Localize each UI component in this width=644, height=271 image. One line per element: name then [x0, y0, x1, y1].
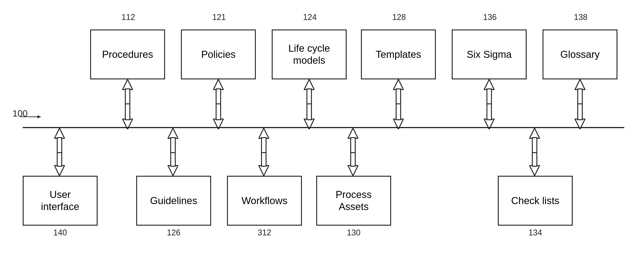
svg-marker-4 — [122, 119, 132, 129]
svg-marker-1 — [38, 115, 41, 118]
box-templates: Templates — [361, 29, 436, 79]
svg-marker-2 — [122, 79, 132, 90]
box-workflows: Workflows — [227, 176, 302, 226]
svg-rect-45 — [532, 153, 537, 166]
arrow-lifecycle — [300, 79, 318, 129]
svg-marker-10 — [304, 79, 314, 90]
svg-rect-23 — [578, 89, 582, 105]
box-sixsigma: Six Sigma — [452, 29, 527, 79]
svg-marker-8 — [214, 119, 223, 129]
svg-rect-19 — [487, 89, 492, 105]
svg-rect-7 — [216, 89, 221, 105]
ref-128-label: 128 — [392, 12, 406, 22]
ref-130-label: 130 — [347, 228, 360, 238]
svg-marker-38 — [348, 128, 358, 138]
ref-312-label: 312 — [258, 228, 271, 238]
box-policies: Policies — [181, 29, 256, 79]
svg-marker-42 — [530, 128, 540, 138]
svg-rect-13 — [307, 104, 312, 120]
arrow-policies — [209, 79, 228, 129]
ref-100-arrow — [20, 111, 48, 122]
arrow-glossary — [571, 79, 589, 129]
arrow-procedures — [118, 79, 137, 129]
svg-marker-30 — [168, 128, 178, 138]
svg-rect-25 — [578, 104, 582, 120]
ref-112-label: 112 — [122, 12, 135, 22]
box-procedures: Procedures — [90, 29, 165, 79]
svg-marker-12 — [304, 119, 314, 129]
arrow-userinterface — [50, 128, 68, 176]
svg-marker-16 — [394, 119, 404, 129]
svg-marker-36 — [259, 166, 269, 176]
ref-121-label: 121 — [212, 12, 226, 22]
svg-rect-33 — [171, 153, 175, 166]
svg-rect-29 — [57, 153, 62, 166]
svg-rect-5 — [125, 104, 130, 120]
svg-marker-24 — [575, 119, 585, 129]
box-guidelines: Guidelines — [136, 176, 211, 226]
ref-136-label: 136 — [483, 12, 497, 22]
box-glossary: Glossary — [542, 29, 618, 79]
svg-rect-9 — [216, 104, 221, 120]
arrow-checklists — [526, 128, 544, 176]
box-checklists: Check lists — [498, 176, 573, 226]
arrow-workflows — [255, 128, 273, 176]
box-processassets: Process Assets — [316, 176, 391, 226]
svg-marker-44 — [530, 166, 540, 176]
svg-marker-40 — [348, 166, 358, 176]
svg-marker-28 — [54, 166, 64, 176]
svg-marker-22 — [575, 79, 585, 90]
svg-marker-34 — [259, 128, 269, 138]
svg-rect-37 — [262, 153, 266, 166]
ref-138-label: 138 — [574, 12, 588, 22]
svg-rect-43 — [532, 138, 537, 154]
svg-marker-18 — [484, 79, 494, 90]
svg-rect-35 — [262, 138, 266, 154]
svg-rect-39 — [351, 138, 355, 154]
ref-124-label: 124 — [303, 12, 317, 22]
svg-rect-3 — [125, 89, 130, 105]
ref-140-label: 140 — [53, 228, 67, 238]
arrow-sixsigma — [480, 79, 498, 129]
svg-marker-32 — [168, 166, 178, 176]
svg-rect-11 — [307, 89, 312, 105]
svg-rect-31 — [171, 138, 175, 154]
diagram-container: 100 112 Procedures 121 Policies 124 Life… — [0, 0, 644, 271]
arrow-templates — [389, 79, 408, 129]
svg-marker-6 — [214, 79, 223, 90]
ref-126-label: 126 — [167, 228, 180, 238]
svg-rect-27 — [57, 138, 62, 154]
svg-marker-14 — [394, 79, 404, 90]
arrow-guidelines — [164, 128, 182, 176]
box-lifecycle: Life cycle models — [272, 29, 347, 79]
svg-rect-41 — [351, 153, 355, 166]
svg-marker-20 — [484, 119, 494, 129]
ref-134-label: 134 — [528, 228, 542, 238]
svg-rect-17 — [396, 104, 401, 120]
svg-rect-21 — [487, 104, 492, 120]
svg-marker-26 — [54, 128, 64, 138]
arrow-processassets — [344, 128, 362, 176]
svg-rect-15 — [396, 89, 401, 105]
box-userinterface: User interface — [23, 176, 98, 226]
